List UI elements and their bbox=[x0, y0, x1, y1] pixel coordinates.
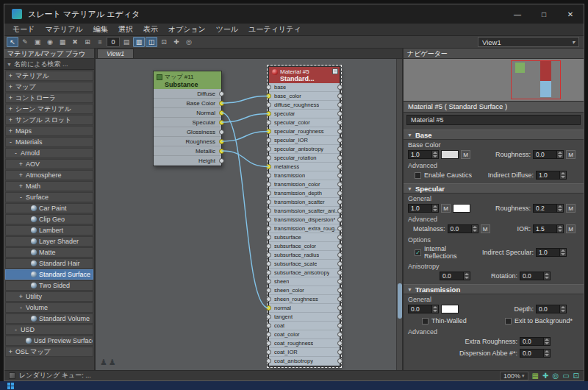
substance-map-node[interactable]: マップ #11 Substance DiffuseBase ColorNorma… bbox=[153, 71, 222, 166]
zoom-view-icon[interactable]: ◎ bbox=[552, 372, 559, 380]
browser-item[interactable]: - Volume bbox=[5, 302, 93, 313]
spinner-value[interactable]: 0.0 bbox=[534, 151, 556, 158]
spinner-value[interactable]: 0.0 bbox=[537, 305, 559, 313]
substance-node-header[interactable]: マップ #11 Substance bbox=[154, 71, 221, 89]
output-socket[interactable] bbox=[337, 208, 343, 213]
output-socket[interactable] bbox=[337, 182, 343, 187]
show-grid-button[interactable]: ▦ bbox=[57, 37, 68, 47]
browser-item[interactable]: + シーン マテリアル bbox=[5, 104, 93, 114]
input-socket[interactable] bbox=[266, 261, 271, 266]
layout-children-button[interactable]: ≡ bbox=[94, 37, 106, 47]
input-socket[interactable] bbox=[266, 305, 271, 311]
browser-item[interactable]: + コントローラ bbox=[5, 93, 93, 103]
rollout-header[interactable]: ▼Transmission bbox=[404, 284, 584, 294]
expand-toggle-icon[interactable]: + bbox=[8, 116, 13, 124]
output-socket[interactable] bbox=[219, 110, 224, 116]
spinner-arrows-icon[interactable] bbox=[556, 151, 563, 158]
input-socket[interactable] bbox=[266, 111, 271, 116]
output-socket[interactable] bbox=[337, 358, 343, 364]
browser-item[interactable]: Standard Surface bbox=[5, 269, 93, 280]
numeric-spinner[interactable]: 0.0 bbox=[533, 150, 564, 159]
expand-toggle-icon[interactable]: + bbox=[8, 348, 13, 355]
output-socket[interactable] bbox=[219, 149, 224, 154]
output-socket[interactable] bbox=[337, 252, 343, 258]
browser-item[interactable]: Clip Geo bbox=[5, 214, 93, 224]
spinner-arrows-icon[interactable] bbox=[431, 205, 438, 212]
output-socket[interactable] bbox=[337, 226, 343, 231]
numeric-spinner[interactable]: 0.0 bbox=[520, 349, 551, 358]
search-dropdown-icon[interactable]: ▼ bbox=[7, 62, 12, 67]
expand-toggle-icon[interactable]: + bbox=[8, 83, 13, 91]
output-socket[interactable] bbox=[337, 332, 343, 337]
menu-item[interactable]: オプション bbox=[163, 24, 211, 35]
spinner-value[interactable]: 0.0 bbox=[440, 272, 463, 280]
expand-toggle-icon[interactable]: - bbox=[8, 138, 13, 146]
node-graph-canvas[interactable]: マップ #11 Substance DiffuseBase ColorNorma… bbox=[96, 59, 402, 370]
checkbox-row[interactable]: Thin-Walled bbox=[422, 317, 467, 325]
spinner-value[interactable]: 1.0 bbox=[537, 171, 559, 179]
rollout-header[interactable]: ▼Specular bbox=[404, 183, 584, 194]
numeric-spinner[interactable]: 0.2 bbox=[533, 204, 564, 213]
browser-panel-title[interactable]: マテリアル/マップ ブラウザ bbox=[4, 49, 94, 59]
input-socket[interactable] bbox=[266, 138, 271, 143]
spinner-value[interactable]: 1.5 bbox=[534, 225, 556, 233]
spinner-arrows-icon[interactable] bbox=[559, 171, 566, 179]
output-socket[interactable] bbox=[337, 261, 343, 266]
spinner-value[interactable]: 0.0 bbox=[520, 338, 543, 345]
input-socket[interactable] bbox=[266, 164, 271, 169]
expand-toggle-icon[interactable]: + bbox=[18, 171, 24, 179]
output-socket[interactable] bbox=[337, 341, 343, 346]
view-selector-dropdown[interactable]: View1 ▾ bbox=[478, 37, 579, 47]
expand-toggle-icon[interactable]: - bbox=[13, 149, 18, 157]
spinner-value[interactable]: 0.0 bbox=[448, 225, 471, 233]
spinner-arrows-icon[interactable] bbox=[543, 350, 550, 357]
numeric-spinner[interactable]: 1.0 bbox=[536, 171, 567, 180]
input-socket[interactable] bbox=[266, 323, 271, 328]
map-assign-button[interactable]: M bbox=[566, 224, 576, 233]
browser-item[interactable]: Standard Hair bbox=[5, 258, 93, 269]
output-socket[interactable] bbox=[337, 146, 343, 152]
output-socket[interactable] bbox=[337, 93, 343, 99]
expand-toggle-icon[interactable]: - bbox=[18, 194, 24, 201]
search-by-name-input[interactable]: ▼ 名前による検索 ... bbox=[4, 59, 94, 70]
browser-item[interactable]: Lambert bbox=[5, 225, 93, 235]
spinner-value[interactable]: 0.2 bbox=[534, 205, 556, 212]
output-socket[interactable] bbox=[337, 120, 343, 125]
color-swatch[interactable] bbox=[441, 305, 459, 313]
input-socket[interactable] bbox=[266, 350, 271, 355]
spinner-value[interactable]: 0.0 bbox=[409, 305, 431, 313]
output-socket[interactable] bbox=[337, 138, 343, 143]
browser-item[interactable]: Two Sided bbox=[5, 280, 93, 291]
scrollbar-thumb[interactable] bbox=[398, 283, 402, 319]
delete-selected-button[interactable]: ✖ bbox=[69, 37, 81, 47]
expand-toggle-icon[interactable]: + bbox=[18, 293, 24, 300]
material-node-header[interactable]: Material #5 Standard... − bbox=[269, 67, 340, 83]
input-socket[interactable] bbox=[266, 85, 271, 90]
checkbox[interactable] bbox=[422, 318, 429, 325]
input-socket[interactable] bbox=[266, 102, 271, 107]
arrange-all-button[interactable]: ⊡ bbox=[158, 37, 170, 47]
output-socket[interactable] bbox=[219, 120, 224, 125]
output-socket[interactable] bbox=[337, 111, 343, 116]
numeric-spinner[interactable]: 0.0 bbox=[440, 272, 470, 280]
render-map-icon[interactable]: ▦ bbox=[532, 372, 539, 380]
navigator-minimap[interactable] bbox=[404, 59, 584, 102]
minimize-button[interactable]: — bbox=[504, 4, 531, 24]
output-socket[interactable] bbox=[337, 305, 343, 311]
output-socket[interactable] bbox=[337, 350, 343, 355]
input-socket[interactable] bbox=[266, 191, 271, 196]
map-assign-button[interactable]: M bbox=[461, 150, 470, 159]
menu-item[interactable]: 表示 bbox=[138, 24, 163, 35]
spinner-value[interactable]: 0.0 bbox=[520, 272, 543, 280]
numeric-spinner[interactable]: 1.0 bbox=[408, 204, 439, 213]
zoom-extents-icon[interactable]: ⊡ bbox=[573, 372, 579, 380]
menu-item[interactable]: ツール bbox=[211, 24, 243, 35]
output-socket[interactable] bbox=[219, 130, 224, 135]
input-socket[interactable] bbox=[266, 182, 271, 187]
input-socket[interactable] bbox=[266, 341, 271, 346]
menu-item[interactable]: 編集 bbox=[88, 24, 113, 35]
checkbox[interactable] bbox=[415, 172, 421, 179]
input-socket[interactable] bbox=[266, 173, 271, 178]
map-assign-button[interactable]: M bbox=[441, 204, 451, 213]
output-socket[interactable] bbox=[219, 139, 224, 144]
